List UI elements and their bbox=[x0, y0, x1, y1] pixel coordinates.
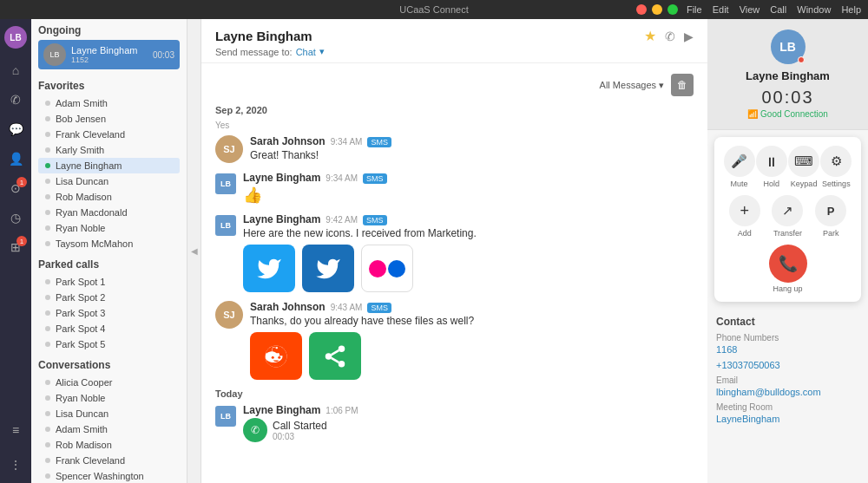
panel-collapse-button[interactable]: ◀ bbox=[187, 19, 201, 483]
msg-avatar-sarah-1: SJ bbox=[215, 135, 243, 163]
message-group-4: SJ Sarah Johnson 9:43 AM SMS Thanks, do … bbox=[215, 301, 694, 380]
chat-messages: All Messages ▾ 🗑 Sep 2, 2020 Yes SJ Sara… bbox=[201, 63, 707, 483]
park-spot-1[interactable]: Park Spot 1 bbox=[38, 274, 180, 290]
phone-number-1[interactable]: 1168 bbox=[716, 344, 859, 355]
msg-header-3: Layne Bingham 9:42 AM SMS bbox=[243, 213, 694, 225]
conv-lisa-duncan[interactable]: Lisa Duncan bbox=[38, 406, 180, 421]
ongoing-section: Ongoing LB Layne Bingham 1152 00:03 bbox=[31, 19, 187, 75]
transfer-button[interactable]: ↗ Transfer bbox=[772, 195, 803, 238]
conv-ryan-noble[interactable]: Ryan Noble bbox=[38, 390, 180, 406]
conv-rob-madison[interactable]: Rob Madison bbox=[38, 437, 180, 453]
nav-history[interactable]: ◷ bbox=[3, 205, 29, 231]
status-dot bbox=[45, 210, 50, 215]
nav-voicemail[interactable]: ⊙ 1 bbox=[3, 175, 29, 201]
contacts-panel: Ongoing LB Layne Bingham 1152 00:03 Favo… bbox=[31, 19, 187, 483]
menu-help[interactable]: Help bbox=[841, 4, 861, 15]
send-via-label[interactable]: Chat bbox=[296, 47, 316, 57]
incall-card: 🎤 Mute ⏸ Hold ⌨ Keypad ⚙ Settings bbox=[714, 137, 861, 302]
star-icon[interactable]: ★ bbox=[644, 28, 656, 44]
contact-frank-cleveland[interactable]: Frank Cleveland bbox=[38, 127, 180, 142]
settings-button[interactable]: ⚙ Settings bbox=[820, 146, 852, 188]
park-button[interactable]: P Park bbox=[815, 195, 846, 238]
settings-label: Settings bbox=[822, 179, 851, 188]
svg-point-1 bbox=[272, 356, 274, 358]
contact-adam-smith[interactable]: Adam Smith bbox=[38, 95, 180, 111]
menu-view[interactable]: View bbox=[740, 4, 760, 15]
park-spot-4[interactable]: Park Spot 4 bbox=[38, 321, 180, 336]
nav-menu[interactable]: ≡ bbox=[3, 417, 29, 443]
email-value[interactable]: lbingham@bulldogs.com bbox=[716, 387, 859, 397]
mute-button[interactable]: 🎤 Mute bbox=[724, 146, 755, 188]
contact-rob-madison[interactable]: Rob Madison bbox=[38, 189, 180, 205]
menu-call[interactable]: Call bbox=[770, 4, 786, 15]
favorites-title: Favorites bbox=[38, 80, 180, 92]
park-spot-2[interactable]: Park Spot 2 bbox=[38, 290, 180, 305]
maximize-button[interactable] bbox=[667, 4, 678, 15]
ongoing-contact-name: Layne Bingham bbox=[71, 45, 137, 55]
user-avatar[interactable]: LB bbox=[4, 26, 27, 49]
trash-button[interactable]: 🗑 bbox=[671, 74, 694, 96]
keypad-icon: ⌨ bbox=[788, 146, 819, 177]
status-dot bbox=[45, 411, 50, 416]
nav-contacts[interactable]: 👤 bbox=[3, 146, 29, 172]
nav-phone[interactable]: ✆ bbox=[3, 87, 29, 113]
settings-icon: ⚙ bbox=[820, 146, 852, 177]
msg-avatar-lb-5: LB bbox=[215, 406, 236, 427]
hangup-button[interactable]: 📞 bbox=[769, 245, 807, 283]
contact-ryan-macdonald[interactable]: Ryan Macdonald bbox=[38, 205, 180, 220]
conv-frank-cleveland[interactable]: Frank Cleveland bbox=[38, 453, 180, 468]
call-avatar-initials: LB bbox=[779, 40, 796, 54]
contact-lisa-duncan[interactable]: Lisa Duncan bbox=[38, 173, 180, 189]
hold-button[interactable]: ⏸ Hold bbox=[756, 146, 787, 188]
nav-home[interactable]: ⌂ bbox=[3, 57, 29, 83]
phone-number-2[interactable]: +13037050063 bbox=[716, 360, 859, 370]
park-label: Park bbox=[823, 229, 839, 238]
nav-messages[interactable]: 💬 bbox=[3, 116, 29, 142]
conv-adam-smith[interactable]: Adam Smith bbox=[38, 421, 180, 437]
call-started-info: Call Started 00:03 bbox=[273, 420, 327, 441]
park-spot-3[interactable]: Park Spot 3 bbox=[38, 305, 180, 321]
window-controls bbox=[636, 4, 678, 15]
meeting-room-value[interactable]: LayneBingham bbox=[716, 414, 859, 424]
menu-window[interactable]: Window bbox=[797, 4, 831, 15]
conversations-section: Conversations Alicia Cooper Ryan Noble L… bbox=[31, 354, 187, 483]
contact-taysom-mcmahon[interactable]: Taysom McMahon bbox=[38, 236, 180, 251]
hold-icon: ⏸ bbox=[756, 146, 787, 177]
status-dot bbox=[45, 225, 50, 231]
contact-karly-smith[interactable]: Karly Smith bbox=[38, 142, 180, 158]
contact-layne-bingham-fav[interactable]: Layne Bingham bbox=[38, 158, 180, 173]
close-button[interactable] bbox=[636, 4, 647, 15]
dialpad-badge: 1 bbox=[16, 236, 27, 246]
all-messages-button[interactable]: All Messages ▾ bbox=[600, 80, 664, 91]
msg-time-3: 9:42 AM bbox=[326, 215, 358, 225]
menu-edit[interactable]: Edit bbox=[713, 4, 729, 15]
nav-apps[interactable]: ⋮ bbox=[3, 452, 29, 478]
conv-alicia-cooper[interactable]: Alicia Cooper bbox=[38, 375, 180, 390]
status-dot bbox=[45, 179, 50, 184]
msg-header-2: Layne Bingham 9:34 AM SMS bbox=[243, 172, 694, 184]
contact-ryan-noble[interactable]: Ryan Noble bbox=[38, 220, 180, 236]
title-bar: File Edit View Call Window Help UCaaS Co… bbox=[0, 0, 868, 19]
video-icon[interactable]: ▶ bbox=[684, 29, 694, 43]
msg-time-2: 9:34 AM bbox=[326, 173, 358, 183]
add-button[interactable]: + Add bbox=[729, 195, 760, 238]
call-contact-name: Layne Bingham bbox=[746, 69, 830, 82]
send-via-dropdown-icon[interactable]: ▾ bbox=[319, 46, 325, 57]
menu-file[interactable]: File bbox=[687, 4, 702, 15]
conv-spencer-washington[interactable]: Spencer Washington bbox=[38, 468, 180, 483]
park-spot-5[interactable]: Park Spot 5 bbox=[38, 336, 180, 352]
ongoing-contact-sub: 1152 bbox=[71, 55, 137, 64]
svg-line-6 bbox=[332, 357, 339, 362]
keypad-button[interactable]: ⌨ Keypad bbox=[788, 146, 819, 188]
msg-text-3: Here are the new icons. I received from … bbox=[243, 227, 694, 239]
nav-dialpad[interactable]: ⊞ 1 bbox=[3, 234, 29, 260]
phone-icon[interactable]: ✆ bbox=[665, 29, 675, 43]
meeting-room-label: Meeting Room bbox=[716, 402, 859, 412]
minimize-button[interactable] bbox=[652, 4, 662, 15]
voicemail-badge: 1 bbox=[16, 177, 27, 187]
all-messages-dropdown-icon: ▾ bbox=[659, 80, 664, 91]
contact-bob-jensen[interactable]: Bob Jensen bbox=[38, 111, 180, 127]
status-dot bbox=[45, 279, 50, 284]
call-avatar: LB bbox=[771, 29, 806, 64]
ongoing-contact-item[interactable]: LB Layne Bingham 1152 00:03 bbox=[38, 40, 180, 69]
